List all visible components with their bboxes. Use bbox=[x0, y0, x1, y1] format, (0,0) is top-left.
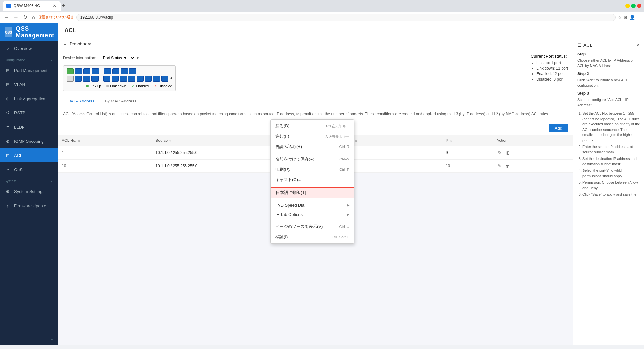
context-menu-saveas[interactable]: 名前を付けて保存(A)... Ctrl+S bbox=[271, 154, 354, 164]
context-menu-print[interactable]: 印刷(P)... Ctrl+P bbox=[271, 164, 354, 175]
context-menu-reload[interactable]: 再読み込み(R) Ctrl+R bbox=[271, 141, 354, 152]
context-menu-fvd[interactable]: FVD Speed Dial ▶ bbox=[271, 200, 354, 210]
context-menu-divider-2 bbox=[271, 186, 354, 186]
context-menu-inspect[interactable]: 検証(I) Ctrl+Shift+I bbox=[271, 232, 354, 242]
context-menu-viewsource[interactable]: ページのソースを表示(V) Ctrl+U bbox=[271, 221, 354, 232]
context-menu-cast[interactable]: キャスト(C)... bbox=[271, 175, 354, 185]
context-menu-divider-4 bbox=[271, 220, 354, 220]
context-menu-divider-1 bbox=[271, 153, 354, 153]
context-menu-ietab[interactable]: IE Tab Options ▶ bbox=[271, 210, 354, 219]
context-menu: 戻る(B) Alt+左矢印キー 進む(F) Alt+右矢印キー 再読み込み(R)… bbox=[270, 119, 354, 244]
context-menu-back[interactable]: 戻る(B) Alt+左矢印キー bbox=[271, 121, 354, 131]
context-menu-forward[interactable]: 進む(F) Alt+右矢印キー bbox=[271, 131, 354, 141]
context-menu-divider-3 bbox=[271, 199, 354, 199]
context-menu-overlay[interactable]: 戻る(B) Alt+左矢印キー 進む(F) Alt+右矢印キー 再読み込み(R)… bbox=[0, 0, 644, 345]
context-menu-translate[interactable]: 日本語に翻訳(T) bbox=[271, 187, 354, 198]
